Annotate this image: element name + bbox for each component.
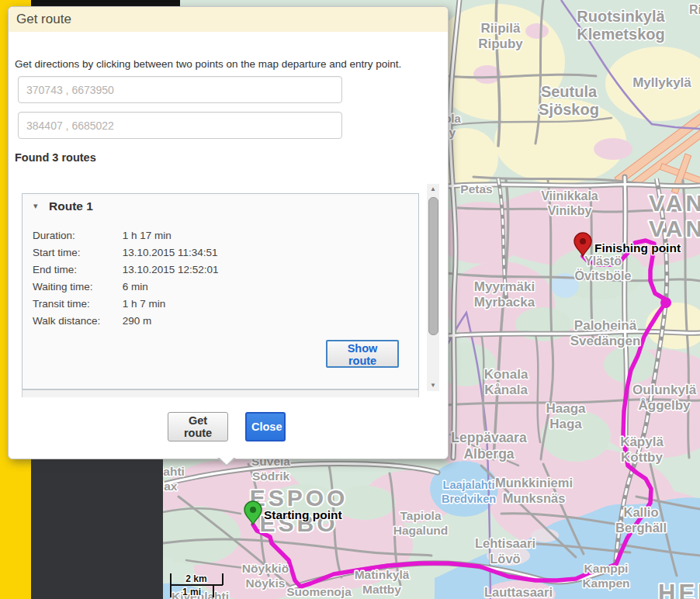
detail-value: 6 min: [123, 281, 148, 293]
map-label: MunkkiniemiMunksnäs: [495, 476, 573, 505]
map-label: Suomenoja: [286, 585, 352, 598]
scale-mi-label: 1 mi: [182, 587, 201, 597]
collapse-triangle-icon[interactable]: ▾: [33, 201, 38, 211]
route-detail-row: Waiting time: 6 min: [33, 281, 405, 293]
detail-value: 13.10.2015 12:52:01: [123, 264, 219, 275]
route-detail-row: Duration: 1 h 17 min: [33, 230, 405, 241]
found-routes-heading: Found 3 routes: [15, 151, 96, 164]
detail-label: Transit time:: [33, 298, 120, 310]
finish-marker-label: Finishing point: [594, 241, 681, 254]
route-1-panel: ▾ Route 1 Duration: 1 h 17 min Start tim…: [22, 193, 419, 390]
detail-label: Walk distance:: [33, 315, 120, 327]
dialog-title: Get route: [9, 7, 448, 32]
route-2-panel-clipped[interactable]: [22, 390, 419, 397]
detail-value: 1 h 7 min: [123, 298, 166, 310]
route-detail-row: Walk distance: 290 m: [33, 315, 405, 327]
map-label: KamppiKampen: [582, 562, 629, 590]
map-label: MyyrmäkiMyrbacka: [474, 279, 535, 310]
dialog-description: Get directions by clicking between two p…: [15, 58, 443, 70]
start-marker-label: Starting point: [264, 508, 342, 521]
detail-label: Start time:: [33, 247, 120, 258]
route-detail-row: End time: 13.10.2015 12:52:01: [33, 264, 405, 275]
detail-label: End time:: [33, 264, 120, 275]
route-1-title[interactable]: Route 1: [49, 199, 93, 213]
scroll-up-icon[interactable]: ▲: [427, 184, 439, 195]
detail-value: 13.10.2015 11:34:51: [123, 247, 218, 258]
map-label: PaloheinäSvedängen: [570, 318, 641, 348]
map-label: RiipiläRipuby: [478, 21, 523, 51]
get-route-button[interactable]: Get route: [168, 412, 228, 441]
detail-label: Duration:: [33, 230, 120, 241]
map-label: Lauttasaari: [484, 585, 553, 599]
show-route-button[interactable]: Show route: [326, 340, 399, 368]
app-stage: RiipiläRipubyRuotsinkyläKlemetskogRiMyll…: [0, 0, 700, 599]
map-label: Myllykylä: [632, 75, 691, 90]
map-label: LaajalahtiBredviken: [442, 479, 496, 505]
map-label: VANTAAVANDA: [649, 190, 700, 241]
detail-value: 290 m: [123, 315, 152, 327]
dialog-pointer-arrow-fill: [219, 457, 234, 465]
map-label: KonalaKånala: [484, 367, 528, 397]
get-route-dialog: Get route Get directions by clicking bet…: [8, 6, 449, 459]
map-label: SeutulaSjöskog: [539, 83, 599, 118]
routes-scrollbar[interactable]: ▲ ▼: [427, 184, 439, 391]
map-label: OulunkyläÅggelby: [632, 383, 697, 413]
scroll-down-icon[interactable]: ▼: [427, 380, 439, 391]
map-label: Petas: [460, 182, 492, 196]
map-label: Ri: [689, 3, 700, 16]
map-label: NöykkiöNöykis: [242, 562, 289, 590]
destination-coordinates-input[interactable]: [18, 112, 342, 139]
scrollbar-thumb[interactable]: [428, 197, 438, 335]
map-label: HELSINKI: [658, 580, 700, 599]
detail-label: Waiting time:: [33, 281, 120, 293]
map-label: HaagaHaga: [546, 401, 586, 431]
route-transfer-dot: [660, 297, 671, 308]
scale-km-label: 2 km: [185, 573, 206, 584]
map-label: KäpyläKottby: [620, 435, 664, 465]
map-label: TapiolaHagalund: [393, 509, 449, 537]
detail-value: 1 h 17 min: [123, 230, 172, 241]
route-detail-row: Start time: 13.10.2015 11:34:51: [33, 247, 405, 258]
departure-coordinates-input[interactable]: [18, 76, 342, 103]
route-detail-row: Transit time: 1 h 7 min: [33, 298, 405, 310]
map-label: RuotsinkyläKlemetskog: [577, 8, 665, 43]
close-button[interactable]: Close: [245, 412, 286, 441]
